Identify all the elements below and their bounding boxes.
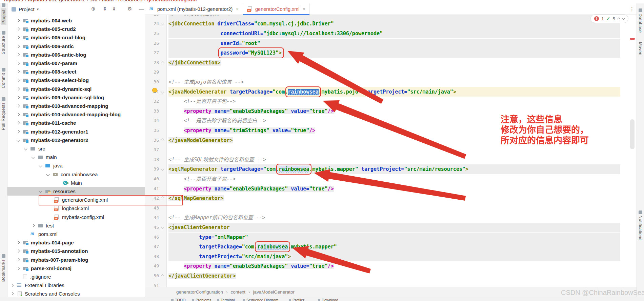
chevron-collapsed-icon[interactable] xyxy=(17,96,20,99)
tree-item-main[interactable]: main xyxy=(7,153,145,161)
tree-item-pom-xml[interactable]: pom.xml xyxy=(7,230,145,238)
stripe-project[interactable]: Project xyxy=(1,8,6,25)
fold-up-icon[interactable] xyxy=(161,138,164,142)
fold-up-icon[interactable] xyxy=(161,197,164,200)
tree-item-external-libraries[interactable]: External Libraries xyxy=(7,281,145,289)
tree-item-mybatis-010-advanced-mapping-blog[interactable]: mybatis-010-advanced-mapping-blog xyxy=(7,110,145,119)
code-line-29[interactable] xyxy=(168,67,620,77)
tree-item-generatorconfig-xml[interactable]: generatorConfig.xml xyxy=(7,196,145,204)
tree-item-mybatis-009-dynamic-sql-blog[interactable]: mybatis-009-dynamic-sql-blog xyxy=(7,93,145,102)
tree-item-mybatis-004-web[interactable]: mybatis-004-web xyxy=(7,16,145,25)
tree-item-mybatis-012-generator1[interactable]: mybatis-012-generator1 xyxy=(7,127,145,136)
tree-item-mybatis-010-advanced-mapping[interactable]: mybatis-010-advanced-mapping xyxy=(7,102,145,110)
chevron-collapsed-icon[interactable] xyxy=(17,44,20,48)
tree-item-mybatis-012-generator2[interactable]: mybatis-012-generator2 xyxy=(7,136,145,144)
tree-item-mybatis-008-select[interactable]: mybatis-008-select xyxy=(7,67,145,76)
tree-item-logback-xml[interactable]: logback.xml xyxy=(7,204,145,213)
tree-item-com-rainbowsea[interactable]: com.rainbowsea xyxy=(7,170,145,179)
chevron-expanded-icon[interactable] xyxy=(32,156,35,159)
fold-down-icon[interactable] xyxy=(161,90,164,93)
tree-item-scratches-and-consoles[interactable]: Scratches and Consoles xyxy=(7,289,145,297)
intention-lightbulb-icon[interactable] xyxy=(153,88,157,93)
fold-up-icon[interactable] xyxy=(161,61,164,64)
tab-generatorconfig-xml[interactable]: generatorConfig.xml× xyxy=(243,3,310,15)
tree-item-mybatis-009-dynamic-sql[interactable]: mybatis-009-dynamic-sql xyxy=(7,85,145,93)
tree-item-mybatis-007-param[interactable]: mybatis-007-param xyxy=(7,59,145,67)
chevron-collapsed-icon[interactable] xyxy=(17,266,20,270)
statusbar-problems[interactable]: Problems xyxy=(192,298,211,301)
tree-item-java[interactable]: java xyxy=(7,161,145,170)
project-panel-title[interactable]: Project xyxy=(19,6,35,12)
chevron-collapsed-icon[interactable] xyxy=(17,36,20,39)
tree-item-test[interactable]: test xyxy=(7,221,145,230)
tree-item-mybats-007-param-blog[interactable]: mybats-007-param-blog xyxy=(7,256,145,264)
fold-up-icon[interactable] xyxy=(161,274,164,277)
tree-item-mybatis-006-antic-blog[interactable]: mybatis-006-antic-blog xyxy=(7,51,145,59)
chevron-down-icon[interactable]: ▾ xyxy=(37,7,39,12)
code-line-45[interactable]: <javaClientGenerator xyxy=(168,223,620,233)
chevron-expanded-icon[interactable] xyxy=(39,164,42,167)
code-line-37[interactable] xyxy=(168,145,620,155)
tree-item-resources[interactable]: resources xyxy=(7,187,145,196)
chevron-collapsed-icon[interactable] xyxy=(17,241,20,244)
tree-item-parse-xml-dom4j[interactable]: parse-xml-dom4j xyxy=(7,264,145,273)
scrollbar-thumb[interactable] xyxy=(630,119,635,149)
stripe-commit[interactable]: Commit xyxy=(1,73,6,88)
tab-options-icon[interactable]: ⋮ xyxy=(629,6,635,12)
collapse-all-icon[interactable]: ⇓ xyxy=(112,6,116,12)
chevron-collapsed-icon[interactable] xyxy=(17,113,20,116)
code-line-40[interactable]: <!--是否开启子包--> xyxy=(168,174,620,184)
chevron-collapsed-icon[interactable] xyxy=(17,130,20,133)
chevron-collapsed-icon[interactable] xyxy=(17,258,20,261)
chevron-collapsed-icon[interactable] xyxy=(17,87,20,91)
tab-pom-xml-mybatis-012-generator2[interactable]: pom.xml (mybatis-012-generator2)× xyxy=(145,3,243,15)
chevron-collapsed-icon[interactable] xyxy=(17,53,20,56)
chevron-collapsed-icon[interactable] xyxy=(17,62,20,65)
code-line-28[interactable]: </jdbcConnection> xyxy=(168,58,620,68)
stripe-pull-requests[interactable]: Pull Requests xyxy=(1,102,6,130)
expand-all-icon[interactable]: ⇕ xyxy=(103,6,107,12)
settings-gear-icon[interactable]: ⚙ xyxy=(127,6,132,12)
hide-panel-icon[interactable]: — xyxy=(139,6,144,12)
chevron-collapsed-icon[interactable] xyxy=(17,70,20,74)
tree-item-mybatis-015-annotation[interactable]: mybatis-015-annotation xyxy=(7,247,145,255)
code-line-24[interactable]: <jdbcConnection driverClass="com.mysql.c… xyxy=(168,19,620,29)
code-line-49[interactable]: <property name="enableSubPackages" value… xyxy=(168,261,620,271)
code-line-25[interactable]: connectionURL="jdbc:mysql://localhost:33… xyxy=(168,29,620,39)
tree-item-mybatis-006-antic[interactable]: mybatis-006-antic xyxy=(7,42,145,51)
chevron-collapsed-icon[interactable] xyxy=(17,79,20,82)
fold-down-icon[interactable] xyxy=(161,22,164,25)
breadcrumb-context[interactable]: context xyxy=(231,289,246,295)
code-line-48[interactable]: targetProject="src/main/java"> xyxy=(168,252,620,262)
code-line-38[interactable]: <!-- 生成SQL映射文件的包名和位置 --> xyxy=(168,155,620,165)
code-line-46[interactable]: type="xmlMapper" xyxy=(168,233,620,242)
chevron-collapsed-icon[interactable] xyxy=(11,284,14,287)
tree-item-src[interactable]: src xyxy=(7,144,145,153)
tree-item-mybatis-005-crud2[interactable]: mybatis-005-crud2 xyxy=(7,25,145,33)
stripe-bookmarks[interactable]: Bookmarks xyxy=(1,259,6,282)
statusbar-terminal[interactable]: Terminal xyxy=(217,298,235,301)
code-line-41[interactable]: <property name="enableSubPackages" value… xyxy=(168,184,620,194)
editor-scrollbar[interactable] xyxy=(629,15,637,287)
code-line-30[interactable]: <!-- 生成pojo包名和位置 --> xyxy=(168,77,620,87)
chevron-collapsed-icon[interactable] xyxy=(11,292,14,296)
statusbar-download[interactable]: Download xyxy=(318,298,338,301)
stripe-structure[interactable]: Structure xyxy=(1,36,6,54)
code-line-31[interactable]: <javaModelGenerator targetPackage="com.r… xyxy=(168,87,620,97)
stripe-maven[interactable]: Maven xyxy=(638,42,643,56)
code-line-50[interactable]: </javaClientGenerator> xyxy=(168,271,620,281)
breadcrumb-javamodelgenerator[interactable]: javaModelGenerator xyxy=(253,289,295,295)
code-line-44[interactable]: <!-- 生成Mapper接口的包名和位置 --> xyxy=(168,213,620,223)
breadcrumb-generatorconfiguration[interactable]: generatorConfiguration xyxy=(176,289,223,295)
code-line-26[interactable]: userId="root" xyxy=(168,39,620,48)
chevron-collapsed-icon[interactable] xyxy=(17,121,20,125)
chevron-expanded-icon[interactable] xyxy=(17,138,20,142)
tree-item-mybatis-011-cache[interactable]: mybatis-011-cache xyxy=(7,119,145,127)
chevron-expanded-icon[interactable] xyxy=(46,173,50,176)
fold-down-icon[interactable] xyxy=(161,167,164,171)
code-line-32[interactable]: <!--是否开启子包--> xyxy=(168,97,620,106)
chevron-collapsed-icon[interactable] xyxy=(17,249,20,253)
close-tab-icon[interactable]: × xyxy=(236,6,239,12)
previous-problem-icon[interactable] xyxy=(617,18,620,21)
statusbar-sequence-diagram[interactable]: Sequence Diagram xyxy=(243,298,278,301)
